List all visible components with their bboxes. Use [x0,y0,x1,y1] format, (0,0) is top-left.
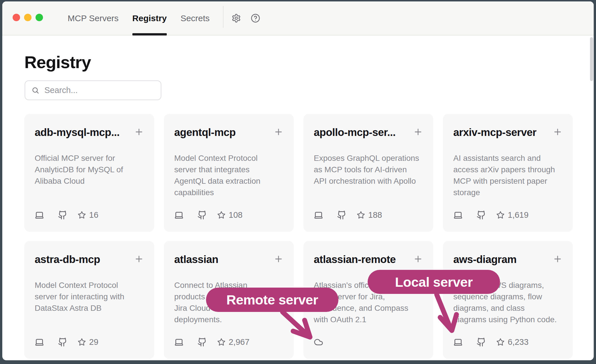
active-tab-underline [132,33,167,35]
add-server-button[interactable] [413,254,423,264]
add-server-button[interactable] [553,254,562,264]
laptop-icon [314,210,323,220]
vertical-scrollbar-thumb[interactable] [590,37,593,81]
laptop-icon [174,337,184,347]
server-name: atlassian-remote [314,254,396,266]
star-icon [217,338,226,346]
star-count: 29 [89,337,98,347]
star-icon [217,211,226,219]
star-icon [496,338,505,346]
star-count: 6,233 [508,337,529,347]
star-count: 16 [89,210,98,220]
help-circle-icon[interactable] [251,13,260,23]
header-divider [223,6,223,28]
minimize-window-button[interactable] [24,14,32,21]
local-server-badge: Local server [368,270,500,294]
tab-mcp-servers[interactable]: MCP Servers [68,1,119,35]
server-meta: 29 [35,337,98,347]
server-card-agentql-mcp[interactable]: agentql-mcp Model Context Protocol serve… [164,114,294,232]
remote-server-badge: Remote server [206,288,338,312]
github-icon [337,210,346,220]
add-server-button[interactable] [413,127,423,137]
plus-icon [553,254,562,264]
search-box[interactable] [25,80,161,100]
plus-icon [274,127,283,137]
add-server-button[interactable] [274,254,283,264]
star-icon [78,338,86,346]
server-name: apollo-mcp-ser... [314,126,396,139]
add-server-button[interactable] [274,127,283,137]
tab-secrets[interactable]: Secrets [181,1,210,35]
server-description: Official MCP server for AnalyticDB for M… [35,153,144,187]
laptop-icon [453,337,463,347]
main-tabs: MCP Servers Registry Secrets [68,1,210,35]
tab-registry-label: Registry [132,13,167,23]
header-actions [232,1,260,35]
github-icon [477,210,486,220]
server-description: Exposes GraphQL operations as MCP tools … [314,153,423,187]
server-card-arxiv-mcp-server[interactable]: arxiv-mcp-server AI assistants search an… [443,114,573,232]
app-window: MCP Servers Registry Secrets Registry ad… [2,1,594,360]
laptop-icon [453,210,463,220]
server-description: Model Context Protocol server for intera… [35,280,144,314]
server-meta: 1,619 [453,210,529,220]
github-icon [477,337,486,347]
laptop-icon [35,210,44,220]
server-description: AI assistants search and access arXiv pa… [453,153,562,198]
plus-icon [274,254,283,264]
server-card-apollo-mcp-server[interactable]: apollo-mcp-ser... Exposes GraphQL operat… [303,114,433,232]
server-card-aws-diagram[interactable]: aws-diagram Generate AWS diagrams, seque… [443,241,573,359]
server-meta: 108 [174,210,242,220]
star-count: 2,967 [229,337,250,347]
server-name: aws-diagram [453,254,517,266]
server-meta [314,337,323,347]
server-name: atlassian [174,254,218,266]
server-card-adb-mysql-mcp[interactable]: adb-mysql-mcp... Official MCP server for… [24,114,154,232]
plus-icon [413,254,423,264]
star-icon [78,211,86,219]
server-name: arxiv-mcp-server [453,126,536,139]
star-count: 1,619 [508,210,529,220]
server-meta: 188 [314,210,382,220]
star-icon [357,211,365,219]
server-name: adb-mysql-mcp... [35,126,119,139]
title-bar: MCP Servers Registry Secrets [2,1,594,35]
laptop-icon [35,337,44,347]
cloud-icon [314,337,323,347]
zoom-window-button[interactable] [36,14,43,21]
plus-icon [134,254,144,264]
github-icon [197,210,207,220]
search-input[interactable] [44,85,154,95]
traffic-lights [13,14,43,21]
server-name: agentql-mcp [174,126,236,139]
github-icon [58,337,67,347]
plus-icon [134,127,144,137]
server-card-astra-db-mcp[interactable]: astra-db-mcp Model Context Protocol serv… [24,241,154,359]
gear-icon[interactable] [232,13,241,23]
search-icon [32,86,39,94]
github-icon [58,210,67,220]
page-title: Registry [24,52,91,72]
server-card-grid: adb-mysql-mcp... Official MCP server for… [24,114,573,359]
server-meta: 6,233 [453,337,529,347]
server-description: Model Context Protocol server that integ… [174,153,283,198]
add-server-button[interactable] [134,254,144,264]
star-count: 108 [229,210,242,220]
github-icon [197,337,207,347]
plus-icon [413,127,423,137]
plus-icon [553,127,562,137]
server-name: astra-db-mcp [35,254,100,266]
server-meta: 16 [35,210,98,220]
laptop-icon [174,210,184,220]
star-icon [496,211,505,219]
close-window-button[interactable] [13,14,20,21]
add-server-button[interactable] [553,127,562,137]
server-meta: 2,967 [174,337,250,347]
add-server-button[interactable] [134,127,144,137]
star-count: 188 [368,210,382,220]
tab-registry[interactable]: Registry [132,1,167,35]
